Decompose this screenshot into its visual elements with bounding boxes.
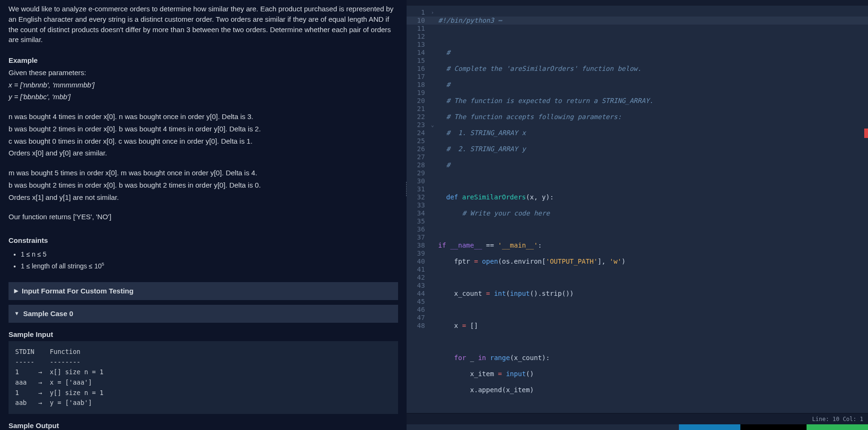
problem-panel[interactable]: We would like to analyze e-commerce orde…: [0, 0, 407, 430]
sample-case-heading: Sample Case 0: [23, 309, 73, 319]
sample-output-heading: Sample Output: [9, 421, 398, 430]
run-tests-button[interactable]: [679, 424, 740, 430]
triangle-down-icon: ▼: [14, 310, 19, 318]
intro-paragraph: We would like to analyze e-commerce orde…: [9, 4, 398, 45]
analysis2-line3: Orders x[1] and y[1] are not similar.: [9, 192, 398, 203]
custom-input-button[interactable]: [740, 424, 807, 430]
constraint-2: 1 ≤ length of all strings ≤ 105: [21, 261, 398, 271]
constraints-heading: Constraints: [9, 235, 398, 246]
example-x: x = ['nnbnnb', 'mmmmmbb']: [9, 80, 398, 90]
fold-column: › ⌄: [429, 6, 436, 413]
line-number-gutter: 1 10 11 12 13 14 15 16 17 18 19 20 21 22…: [407, 6, 429, 413]
submit-button[interactable]: [807, 424, 868, 430]
fold-arrow-down-icon[interactable]: ⌄: [429, 121, 436, 129]
analysis1-line1: n was bought 4 times in order x[0]. n wa…: [9, 112, 398, 122]
constraints-list: 1 ≤ n ≤ 5 1 ≤ length of all strings ≤ 10…: [9, 249, 398, 271]
cursor-position: Line: 10 Col: 1: [812, 416, 863, 422]
sample-case-toggle[interactable]: ▼ Sample Case 0: [9, 305, 398, 323]
analysis2-line1: m was bought 5 times in order x[0]. m wa…: [9, 168, 398, 178]
input-format-toggle[interactable]: ▶ Input Format For Custom Testing: [9, 282, 398, 300]
analysis2-line2: b was bought 2 times in order x[0]. b wa…: [9, 180, 398, 190]
action-buttons-row: [407, 424, 868, 430]
editor-panel: 1 10 11 12 13 14 15 16 17 18 19 20 21 22…: [407, 0, 868, 430]
input-format-heading: Input Format For Custom Testing: [22, 286, 133, 296]
sample-input-block: STDIN Function ----- -------- 1 → x[] si…: [9, 341, 398, 414]
analysis-block-1: n was bought 4 times in order x[0]. n wa…: [9, 112, 398, 158]
analysis-block-2: m was bought 5 times in order x[0]. m wa…: [9, 168, 398, 202]
sample-input-heading: Sample Input: [9, 329, 398, 340]
constraint-1: 1 ≤ n ≤ 5: [21, 249, 398, 259]
editor-toolbar: [407, 0, 868, 6]
example-given-label: Given these parameters:: [9, 68, 398, 78]
problem-description: We would like to analyze e-commerce orde…: [9, 4, 398, 430]
analysis1-line3: c was bought 0 times in order x[0]. c wa…: [9, 136, 398, 146]
code-editor[interactable]: 1 10 11 12 13 14 15 16 17 18 19 20 21 22…: [407, 6, 868, 413]
code-content[interactable]: #!/bin/python3 ⋯ # # Complete the 'areSi…: [436, 6, 868, 413]
triangle-right-icon: ▶: [14, 287, 18, 295]
editor-status-bar: Line: 10 Col: 1: [407, 413, 868, 424]
example-y: y = ['bbnbbc', 'mbb']: [9, 92, 398, 102]
example-heading: Example: [9, 55, 398, 66]
returns-line: Our function returns ['YES', 'NO']: [9, 212, 398, 222]
analysis1-line2: b was bought 2 times in order x[0]. b wa…: [9, 124, 398, 134]
app-container: We would like to analyze e-commerce orde…: [0, 0, 868, 430]
fold-arrow-icon[interactable]: ›: [429, 9, 436, 17]
analysis1-line4: Orders x[0] and y[0] are similar.: [9, 148, 398, 158]
